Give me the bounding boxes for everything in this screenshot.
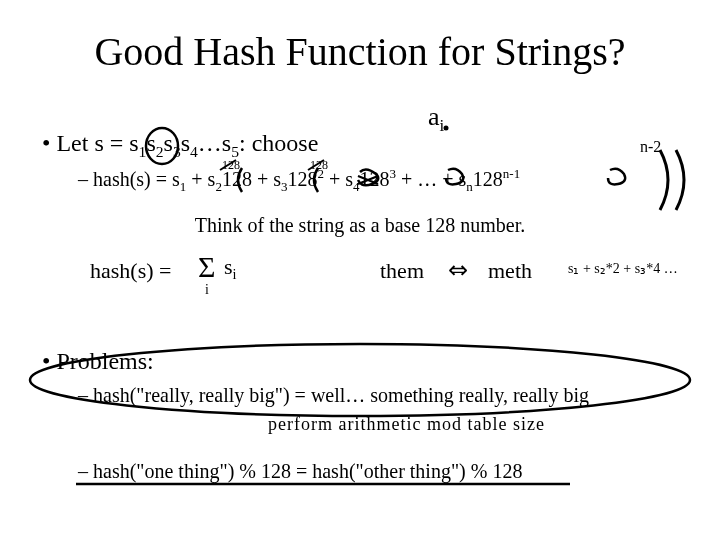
- hand-arrow-icon: ⇔: [448, 256, 468, 284]
- hand-hash-eq: hash(s) =: [90, 258, 171, 284]
- let-sub2: 2: [156, 143, 164, 160]
- h-plus1: + s: [191, 168, 215, 190]
- hand-128-left: 128: [222, 158, 240, 173]
- h-128c: 128: [360, 168, 390, 190]
- problem-1: hash("really, really big") = well… somet…: [78, 384, 589, 407]
- h-sub1: 1: [180, 179, 187, 194]
- h-sup3: 3: [390, 166, 397, 181]
- hand-perform: perform arithmetic mod table size: [268, 414, 545, 435]
- hand-128-mid: 128: [310, 158, 328, 173]
- problems-heading: Problems:: [42, 348, 154, 375]
- let-text: Let s = s: [56, 130, 138, 156]
- h-128d: 128: [473, 168, 503, 190]
- let-s4: s: [181, 130, 190, 156]
- problem-2: hash("one thing") % 128 = hash("other th…: [78, 460, 522, 483]
- let-dots: …s: [198, 130, 231, 156]
- think-line: Think of the string as a base 128 number…: [0, 214, 720, 237]
- hand-sigma: Σ: [198, 250, 215, 284]
- hand-ai: a: [428, 102, 440, 131]
- hand-si: si: [224, 254, 237, 283]
- hand-n-2: n-2: [640, 138, 661, 156]
- let-sub4: 4: [190, 143, 198, 160]
- let-sub3: 3: [173, 143, 181, 160]
- let-tail: : choose: [239, 130, 318, 156]
- hand-si-s: s: [224, 254, 233, 279]
- slide-title: Good Hash Function for Strings?: [0, 28, 720, 75]
- hash-lead: hash(s) = s: [93, 168, 180, 190]
- hand-a-i: ai: [428, 102, 444, 136]
- line-hash-def: hash(s) = s1 + s2128 + s31282 + s41283 +…: [78, 166, 520, 195]
- hand-them: them: [380, 258, 424, 284]
- hand-meth: meth: [488, 258, 532, 284]
- hand-ai-sub: i: [440, 116, 445, 135]
- hand-expand: s₁ + s₂*2 + s₃*4 …: [568, 260, 678, 277]
- hand-si-sub: i: [233, 266, 237, 282]
- line-let: Let s = s1s2s3s4…s5: choose: [42, 130, 318, 161]
- let-s2: s: [146, 130, 155, 156]
- svg-point-1: [444, 126, 449, 131]
- h-mid: + … + s: [401, 168, 466, 190]
- h-plus-s4: + s: [329, 168, 353, 190]
- let-s3: s: [164, 130, 173, 156]
- hand-sigma-idx: i: [205, 282, 209, 298]
- h-supn: n-1: [503, 166, 520, 181]
